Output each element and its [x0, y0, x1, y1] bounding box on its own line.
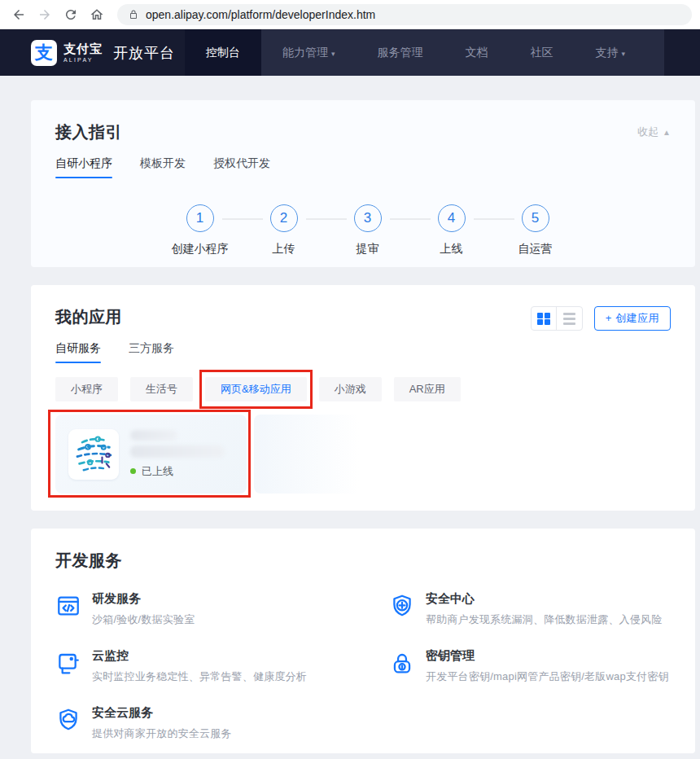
access-guide-card: 接入指引 收起 ▲ 自研小程序 模板开发 授权代开发 1 创建小程序 2 上传 — [31, 100, 695, 267]
status-label: 已上线 — [142, 464, 173, 479]
guide-tabs: 自研小程序 模板开发 授权代开发 — [55, 156, 671, 178]
create-app-button[interactable]: + 创建应用 — [594, 306, 671, 331]
network-globe-icon — [71, 432, 116, 477]
nav-item-console[interactable]: 控制台 — [185, 29, 261, 76]
service-key-management[interactable]: 密钥管理 开发平台密钥/mapi网管产品密钥/老版wap支付密钥 — [389, 648, 671, 684]
service-security-cloud[interactable]: 安全云服务 提供对商家开放的安全云服务 — [55, 705, 389, 741]
step-number: 1 — [186, 204, 214, 232]
nav-item-support[interactable]: 支持▾ — [575, 29, 647, 76]
filter-web-mobile-app[interactable]: 网页&移动应用 — [205, 377, 307, 401]
dev-services-grid: 研发服务 沙箱/验收/数据实验室 安全中心 帮助商户发现系统 — [55, 591, 671, 741]
app-name-redacted — [130, 430, 177, 441]
code-window-icon — [55, 593, 81, 619]
address-bar[interactable]: open.alipay.com/platform/developerIndex.… — [117, 4, 692, 25]
forward-arrow-icon — [37, 7, 52, 22]
service-cloud-monitor[interactable]: 云监控 实时监控业务稳定性、异常告警、健康度分析 — [55, 648, 389, 684]
app-id-redacted — [130, 445, 225, 458]
step-number: 2 — [270, 204, 298, 232]
reload-button[interactable] — [60, 4, 81, 25]
tab-self-miniprogram[interactable]: 自研小程序 — [55, 156, 112, 178]
view-toggle — [531, 306, 583, 331]
alipay-logo-icon[interactable]: 支 — [31, 40, 57, 66]
site-header: 支 支付宝 ALIPAY 开放平台 控制台 能力管理▾ 服务管理 文档 社区 支… — [0, 29, 700, 76]
filter-lifestyle[interactable]: 生活号 — [130, 377, 193, 401]
shield-plus-icon — [389, 593, 415, 619]
url-text: open.alipay.com/platform/developerIndex.… — [146, 8, 375, 21]
step-upload: 2 上传 — [242, 204, 326, 257]
back-button[interactable] — [8, 4, 29, 25]
caret-up-icon: ▲ — [663, 128, 671, 137]
list-view-button[interactable] — [557, 307, 582, 330]
page-content: 接入指引 收起 ▲ 自研小程序 模板开发 授权代开发 1 创建小程序 2 上传 — [0, 76, 700, 759]
apps-tabs: 自研服务 三方服务 — [55, 341, 671, 363]
online-status-dot — [130, 468, 136, 474]
step-number: 4 — [438, 204, 466, 232]
filter-miniprogram[interactable]: 小程序 — [55, 377, 118, 401]
empty-app-slot — [254, 415, 360, 494]
app-list: 已上线 — [55, 415, 671, 494]
reload-icon — [63, 7, 78, 22]
back-arrow-icon — [11, 7, 26, 22]
app-logo — [68, 429, 119, 480]
app-type-filters: 小程序 生活号 网页&移动应用 小游戏 AR应用 — [55, 377, 671, 401]
lock-icon — [129, 10, 138, 20]
guide-title: 接入指引 — [55, 121, 122, 143]
step-number: 5 — [522, 204, 549, 232]
caret-down-icon: ▾ — [331, 50, 335, 58]
nav-item-capability[interactable]: 能力管理▾ — [261, 29, 357, 76]
collapse-button[interactable]: 收起 ▲ — [637, 125, 671, 139]
tab-self-service[interactable]: 自研服务 — [55, 341, 101, 363]
step-operate: 5 自运营 — [493, 204, 577, 257]
page-root: open.alipay.com/platform/developerIndex.… — [0, 0, 700, 759]
tab-authorized-dev[interactable]: 授权代开发 — [213, 156, 270, 178]
shield-cloud-icon — [55, 707, 81, 733]
step-number: 3 — [354, 204, 382, 232]
browser-toolbar: open.alipay.com/platform/developerIndex.… — [0, 0, 700, 29]
dev-services-title: 开发服务 — [55, 550, 671, 572]
app-status: 已上线 — [130, 464, 225, 479]
list-icon — [563, 313, 575, 325]
nav-item-community[interactable]: 社区 — [510, 29, 575, 76]
guide-steps: 1 创建小程序 2 上传 3 提审 4 上线 5 自运营 — [158, 204, 671, 257]
home-icon — [90, 7, 104, 22]
filter-ar-app[interactable]: AR应用 — [394, 377, 461, 401]
service-rnd[interactable]: 研发服务 沙箱/验收/数据实验室 — [55, 591, 389, 627]
brand-text: 支付宝 ALIPAY — [63, 42, 103, 63]
caret-down-icon: ▾ — [622, 50, 626, 58]
tab-template-dev[interactable]: 模板开发 — [140, 156, 186, 178]
app-info: 已上线 — [130, 430, 225, 479]
nav-item-service[interactable]: 服务管理 — [357, 29, 444, 76]
main-nav: 控制台 能力管理▾ 服务管理 文档 社区 支持▾ — [185, 29, 664, 76]
my-apps-card: 我的应用 + 创建应用 自研服务 三方服务 — [31, 285, 695, 511]
service-security-center[interactable]: 安全中心 帮助商户发现系统漏洞、降低数据泄露、入侵风险 — [389, 591, 671, 627]
filter-minigame[interactable]: 小游戏 — [319, 377, 382, 401]
step-create: 1 创建小程序 — [158, 204, 242, 257]
my-apps-title: 我的应用 — [55, 306, 122, 328]
platform-title: 开放平台 — [113, 43, 175, 63]
home-button[interactable] — [86, 4, 107, 25]
app-card[interactable]: 已上线 — [55, 415, 247, 494]
tab-third-party-service[interactable]: 三方服务 — [129, 341, 174, 363]
grid-view-button[interactable] — [532, 307, 557, 330]
step-launch: 4 上线 — [409, 204, 493, 257]
monitor-camera-icon — [55, 650, 81, 676]
dev-services-card: 开发服务 研发服务 沙箱/验收/数据实验室 — [31, 529, 695, 753]
grid-icon — [537, 313, 549, 325]
forward-button[interactable] — [34, 4, 55, 25]
step-review: 3 提审 — [326, 204, 409, 257]
nav-item-docs[interactable]: 文档 — [444, 29, 510, 76]
key-lock-icon — [389, 650, 415, 676]
